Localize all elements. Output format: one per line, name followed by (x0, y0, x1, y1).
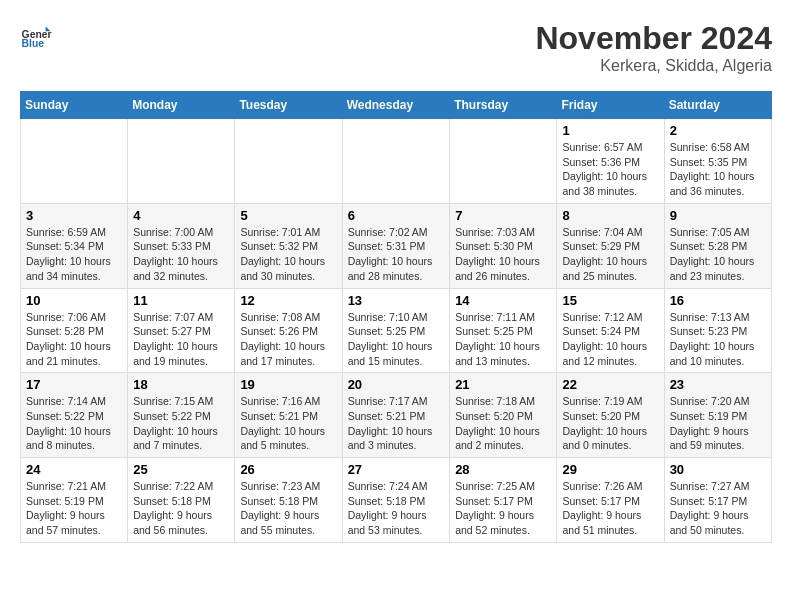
logo-icon: General Blue (20, 20, 52, 52)
day-number: 29 (562, 462, 658, 477)
day-number: 23 (670, 377, 766, 392)
calendar-cell: 18Sunrise: 7:15 AM Sunset: 5:22 PM Dayli… (128, 373, 235, 458)
location: Kerkera, Skidda, Algeria (535, 57, 772, 75)
day-number: 3 (26, 208, 122, 223)
day-info: Sunrise: 7:17 AM Sunset: 5:21 PM Dayligh… (348, 394, 445, 453)
day-number: 28 (455, 462, 551, 477)
calendar-cell: 14Sunrise: 7:11 AM Sunset: 5:25 PM Dayli… (450, 288, 557, 373)
day-info: Sunrise: 7:26 AM Sunset: 5:17 PM Dayligh… (562, 479, 658, 538)
day-info: Sunrise: 7:00 AM Sunset: 5:33 PM Dayligh… (133, 225, 229, 284)
calendar-cell: 15Sunrise: 7:12 AM Sunset: 5:24 PM Dayli… (557, 288, 664, 373)
day-number: 16 (670, 293, 766, 308)
day-number: 5 (240, 208, 336, 223)
calendar-cell: 1Sunrise: 6:57 AM Sunset: 5:36 PM Daylig… (557, 119, 664, 204)
calendar-cell: 3Sunrise: 6:59 AM Sunset: 5:34 PM Daylig… (21, 203, 128, 288)
day-info: Sunrise: 7:11 AM Sunset: 5:25 PM Dayligh… (455, 310, 551, 369)
calendar-cell: 22Sunrise: 7:19 AM Sunset: 5:20 PM Dayli… (557, 373, 664, 458)
day-info: Sunrise: 7:21 AM Sunset: 5:19 PM Dayligh… (26, 479, 122, 538)
day-number: 25 (133, 462, 229, 477)
calendar-cell: 21Sunrise: 7:18 AM Sunset: 5:20 PM Dayli… (450, 373, 557, 458)
calendar-cell (342, 119, 450, 204)
day-info: Sunrise: 7:01 AM Sunset: 5:32 PM Dayligh… (240, 225, 336, 284)
day-number: 8 (562, 208, 658, 223)
calendar-cell: 20Sunrise: 7:17 AM Sunset: 5:21 PM Dayli… (342, 373, 450, 458)
calendar-cell: 26Sunrise: 7:23 AM Sunset: 5:18 PM Dayli… (235, 458, 342, 543)
day-info: Sunrise: 7:06 AM Sunset: 5:28 PM Dayligh… (26, 310, 122, 369)
day-info: Sunrise: 7:22 AM Sunset: 5:18 PM Dayligh… (133, 479, 229, 538)
column-header-thursday: Thursday (450, 92, 557, 119)
column-header-monday: Monday (128, 92, 235, 119)
svg-text:Blue: Blue (22, 38, 45, 49)
day-info: Sunrise: 7:07 AM Sunset: 5:27 PM Dayligh… (133, 310, 229, 369)
day-info: Sunrise: 7:18 AM Sunset: 5:20 PM Dayligh… (455, 394, 551, 453)
day-info: Sunrise: 7:25 AM Sunset: 5:17 PM Dayligh… (455, 479, 551, 538)
day-info: Sunrise: 7:23 AM Sunset: 5:18 PM Dayligh… (240, 479, 336, 538)
day-info: Sunrise: 7:19 AM Sunset: 5:20 PM Dayligh… (562, 394, 658, 453)
logo: General Blue (20, 20, 52, 52)
calendar-cell: 13Sunrise: 7:10 AM Sunset: 5:25 PM Dayli… (342, 288, 450, 373)
calendar-cell: 28Sunrise: 7:25 AM Sunset: 5:17 PM Dayli… (450, 458, 557, 543)
column-header-friday: Friday (557, 92, 664, 119)
calendar-week-row: 17Sunrise: 7:14 AM Sunset: 5:22 PM Dayli… (21, 373, 772, 458)
day-info: Sunrise: 6:57 AM Sunset: 5:36 PM Dayligh… (562, 140, 658, 199)
calendar-cell: 12Sunrise: 7:08 AM Sunset: 5:26 PM Dayli… (235, 288, 342, 373)
calendar-cell: 4Sunrise: 7:00 AM Sunset: 5:33 PM Daylig… (128, 203, 235, 288)
column-header-wednesday: Wednesday (342, 92, 450, 119)
calendar-cell (128, 119, 235, 204)
calendar-cell (450, 119, 557, 204)
day-info: Sunrise: 7:02 AM Sunset: 5:31 PM Dayligh… (348, 225, 445, 284)
calendar-week-row: 1Sunrise: 6:57 AM Sunset: 5:36 PM Daylig… (21, 119, 772, 204)
page-header: General Blue November 2024 Kerkera, Skid… (20, 20, 772, 75)
column-header-saturday: Saturday (664, 92, 771, 119)
month-title: November 2024 (535, 20, 772, 57)
calendar-cell: 23Sunrise: 7:20 AM Sunset: 5:19 PM Dayli… (664, 373, 771, 458)
day-number: 14 (455, 293, 551, 308)
calendar-cell (21, 119, 128, 204)
calendar-cell (235, 119, 342, 204)
calendar-cell: 17Sunrise: 7:14 AM Sunset: 5:22 PM Dayli… (21, 373, 128, 458)
day-info: Sunrise: 6:58 AM Sunset: 5:35 PM Dayligh… (670, 140, 766, 199)
calendar-cell: 11Sunrise: 7:07 AM Sunset: 5:27 PM Dayli… (128, 288, 235, 373)
day-number: 2 (670, 123, 766, 138)
day-info: Sunrise: 7:03 AM Sunset: 5:30 PM Dayligh… (455, 225, 551, 284)
calendar-cell: 24Sunrise: 7:21 AM Sunset: 5:19 PM Dayli… (21, 458, 128, 543)
day-info: Sunrise: 7:08 AM Sunset: 5:26 PM Dayligh… (240, 310, 336, 369)
day-number: 17 (26, 377, 122, 392)
day-info: Sunrise: 7:14 AM Sunset: 5:22 PM Dayligh… (26, 394, 122, 453)
calendar-cell: 29Sunrise: 7:26 AM Sunset: 5:17 PM Dayli… (557, 458, 664, 543)
day-number: 9 (670, 208, 766, 223)
day-number: 24 (26, 462, 122, 477)
day-info: Sunrise: 6:59 AM Sunset: 5:34 PM Dayligh… (26, 225, 122, 284)
day-info: Sunrise: 7:20 AM Sunset: 5:19 PM Dayligh… (670, 394, 766, 453)
calendar-week-row: 10Sunrise: 7:06 AM Sunset: 5:28 PM Dayli… (21, 288, 772, 373)
calendar-week-row: 24Sunrise: 7:21 AM Sunset: 5:19 PM Dayli… (21, 458, 772, 543)
day-info: Sunrise: 7:05 AM Sunset: 5:28 PM Dayligh… (670, 225, 766, 284)
column-header-tuesday: Tuesday (235, 92, 342, 119)
day-number: 10 (26, 293, 122, 308)
calendar-cell: 27Sunrise: 7:24 AM Sunset: 5:18 PM Dayli… (342, 458, 450, 543)
day-info: Sunrise: 7:13 AM Sunset: 5:23 PM Dayligh… (670, 310, 766, 369)
day-info: Sunrise: 7:27 AM Sunset: 5:17 PM Dayligh… (670, 479, 766, 538)
calendar-cell: 25Sunrise: 7:22 AM Sunset: 5:18 PM Dayli… (128, 458, 235, 543)
title-block: November 2024 Kerkera, Skidda, Algeria (535, 20, 772, 75)
calendar-cell: 2Sunrise: 6:58 AM Sunset: 5:35 PM Daylig… (664, 119, 771, 204)
calendar-cell: 10Sunrise: 7:06 AM Sunset: 5:28 PM Dayli… (21, 288, 128, 373)
day-info: Sunrise: 7:16 AM Sunset: 5:21 PM Dayligh… (240, 394, 336, 453)
day-number: 6 (348, 208, 445, 223)
day-number: 11 (133, 293, 229, 308)
day-number: 12 (240, 293, 336, 308)
day-info: Sunrise: 7:04 AM Sunset: 5:29 PM Dayligh… (562, 225, 658, 284)
day-info: Sunrise: 7:24 AM Sunset: 5:18 PM Dayligh… (348, 479, 445, 538)
day-number: 1 (562, 123, 658, 138)
day-number: 15 (562, 293, 658, 308)
calendar-cell: 8Sunrise: 7:04 AM Sunset: 5:29 PM Daylig… (557, 203, 664, 288)
day-number: 13 (348, 293, 445, 308)
calendar-table: SundayMondayTuesdayWednesdayThursdayFrid… (20, 91, 772, 543)
column-header-sunday: Sunday (21, 92, 128, 119)
calendar-cell: 5Sunrise: 7:01 AM Sunset: 5:32 PM Daylig… (235, 203, 342, 288)
calendar-week-row: 3Sunrise: 6:59 AM Sunset: 5:34 PM Daylig… (21, 203, 772, 288)
day-number: 22 (562, 377, 658, 392)
day-number: 27 (348, 462, 445, 477)
day-number: 7 (455, 208, 551, 223)
calendar-cell: 7Sunrise: 7:03 AM Sunset: 5:30 PM Daylig… (450, 203, 557, 288)
